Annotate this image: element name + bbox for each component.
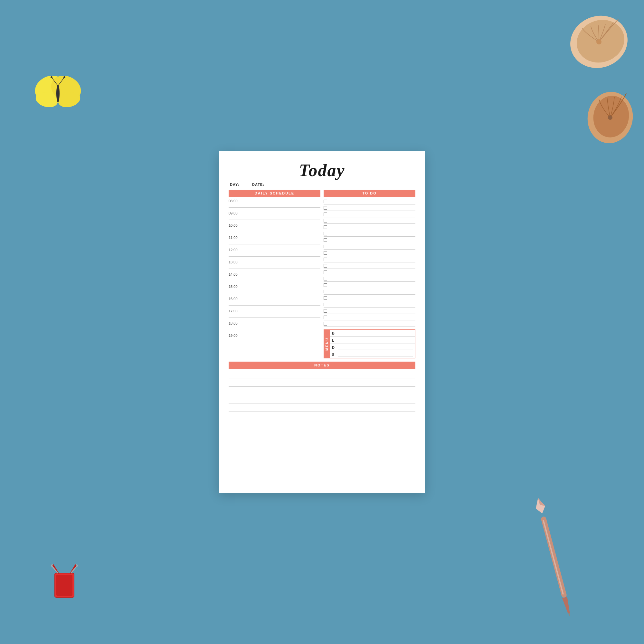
todo-text	[329, 277, 415, 281]
todo-text	[329, 264, 415, 268]
todo-checkbox[interactable]	[324, 296, 327, 300]
todo-item[interactable]	[324, 204, 415, 211]
todo-checkbox[interactable]	[324, 264, 327, 268]
svg-marker-19	[538, 497, 545, 507]
todo-checkbox[interactable]	[324, 251, 327, 255]
todo-text	[329, 258, 415, 261]
todo-checkbox[interactable]	[324, 303, 327, 306]
seashell-top-right	[567, 13, 631, 71]
schedule-item: 13:00	[229, 259, 320, 271]
todo-checkbox[interactable]	[324, 309, 327, 313]
todo-text	[329, 225, 415, 229]
time-label: 10:00	[229, 223, 320, 228]
schedule-line	[229, 215, 320, 220]
seashell-mid-right	[586, 90, 634, 145]
svg-point-8	[63, 76, 65, 78]
todo-checkbox[interactable]	[324, 213, 327, 216]
todo-item[interactable]	[324, 230, 415, 237]
notes-section: NOTES	[229, 362, 415, 420]
todo-text	[329, 316, 415, 319]
todo-text	[329, 200, 415, 204]
todo-text	[329, 270, 415, 274]
todo-text	[329, 322, 415, 326]
todo-item[interactable]	[324, 198, 415, 204]
todo-checkbox[interactable]	[324, 232, 327, 235]
svg-point-14	[586, 90, 634, 145]
schedule-line	[229, 289, 320, 293]
daily-schedule-header: DAILY SCHEDULE	[229, 190, 320, 197]
todo-item[interactable]	[324, 295, 415, 301]
svg-marker-20	[562, 597, 571, 613]
svg-point-1	[34, 90, 59, 110]
todo-item[interactable]	[324, 243, 415, 250]
todo-header: TO DO	[324, 190, 415, 197]
todo-checkbox[interactable]	[324, 238, 327, 242]
svg-point-4	[56, 84, 60, 102]
todo-list	[324, 198, 415, 327]
date-label: DATE:	[252, 183, 264, 186]
todo-text	[329, 213, 415, 216]
svg-marker-18	[533, 497, 547, 515]
menu-row: S	[330, 351, 415, 358]
todo-checkbox[interactable]	[324, 200, 327, 203]
todo-checkbox[interactable]	[324, 245, 327, 248]
menu-row: B	[330, 330, 415, 337]
todo-item[interactable]	[324, 269, 415, 275]
todo-text	[329, 290, 415, 294]
todo-item[interactable]	[324, 262, 415, 269]
todo-checkbox[interactable]	[324, 270, 327, 274]
schedule-line	[229, 252, 320, 257]
schedule-item: 11:00	[229, 235, 320, 247]
schedule-item: 19:00	[229, 333, 320, 345]
todo-checkbox[interactable]	[324, 258, 327, 261]
time-label: 16:00	[229, 296, 320, 301]
schedule-item: 16:00	[229, 296, 320, 308]
svg-line-5	[52, 77, 57, 85]
todo-item[interactable]	[324, 217, 415, 224]
menu-items: B L D S	[330, 330, 415, 358]
svg-point-12	[571, 13, 630, 69]
daily-planner-paper: Today DAY: DATE: DAILY SCHEDULE 08:00 09…	[219, 151, 425, 493]
todo-item[interactable]	[324, 301, 415, 308]
todo-item[interactable]	[324, 288, 415, 295]
todo-checkbox[interactable]	[324, 219, 327, 223]
pen-decoration	[529, 496, 579, 619]
menu-row: L	[330, 337, 415, 344]
todo-item[interactable]	[324, 320, 415, 327]
menu-key: L	[332, 338, 336, 342]
svg-point-16	[608, 115, 612, 120]
todo-item[interactable]	[324, 211, 415, 217]
time-label: 18:00	[229, 320, 320, 326]
time-label: 19:00	[229, 333, 320, 338]
todo-checkbox[interactable]	[324, 206, 327, 210]
schedule-item: 12:00	[229, 247, 320, 259]
todo-item[interactable]	[324, 282, 415, 288]
todo-item[interactable]	[324, 275, 415, 282]
time-label: 09:00	[229, 210, 320, 215]
svg-point-6	[51, 76, 52, 78]
todo-item[interactable]	[324, 314, 415, 320]
butterfly-decoration	[32, 71, 84, 113]
todo-item[interactable]	[324, 308, 415, 314]
svg-point-0	[32, 71, 69, 106]
todo-checkbox[interactable]	[324, 277, 327, 280]
notes-line	[229, 403, 415, 412]
notes-line	[229, 412, 415, 420]
todo-checkbox[interactable]	[324, 316, 327, 319]
todo-checkbox[interactable]	[324, 283, 327, 287]
todo-checkbox[interactable]	[324, 225, 327, 229]
menu-line	[338, 338, 413, 342]
todo-item[interactable]	[324, 250, 415, 256]
schedule-item: 14:00	[229, 271, 320, 284]
todo-text	[329, 309, 415, 313]
todo-checkbox[interactable]	[324, 290, 327, 293]
menu-key: D	[332, 346, 336, 349]
svg-point-13	[596, 39, 601, 44]
todo-item[interactable]	[324, 224, 415, 230]
schedule-item: 10:00	[229, 223, 320, 235]
time-label: 14:00	[229, 271, 320, 277]
todo-checkbox[interactable]	[324, 322, 327, 326]
svg-line-7	[59, 77, 64, 85]
todo-item[interactable]	[324, 237, 415, 243]
todo-item[interactable]	[324, 256, 415, 262]
